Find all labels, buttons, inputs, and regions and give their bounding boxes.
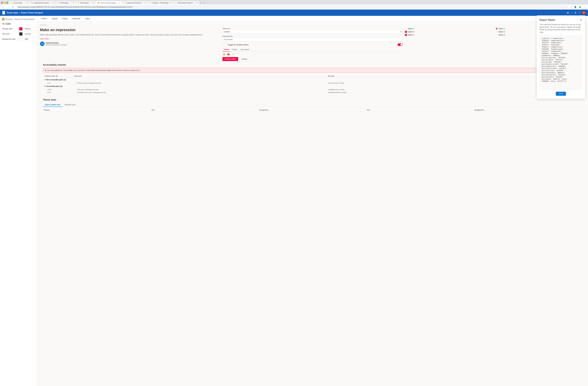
brand-company: Microsoft bbox=[5, 18, 12, 20]
accessibility-section: Accessibility checker ⊗ Your color palet… bbox=[40, 61, 585, 96]
radio-2[interactable] bbox=[496, 31, 498, 33]
tab-close-2[interactable]: ✕ bbox=[52, 2, 53, 3]
checkbox-option-3: Option 3 bbox=[405, 34, 494, 36]
settings-button[interactable]: ⋮ bbox=[583, 6, 586, 8]
reload-button[interactable]: ↻ bbox=[11, 6, 15, 8]
pair-3: Secondary text color on Background color bbox=[77, 92, 327, 93]
default-button[interactable]: Default bbox=[239, 57, 250, 61]
share-icon: ↗ bbox=[61, 18, 63, 20]
primary-color-input[interactable] bbox=[24, 27, 37, 31]
browser-tab-1[interactable]: ⚡ Power Apps ✕ bbox=[9, 1, 29, 4]
text-color-swatch[interactable] bbox=[19, 32, 22, 36]
select-value: Content bbox=[224, 31, 230, 33]
address-bar[interactable]: apps.powerapps.com/play/2f6b0e93-7676-40… bbox=[16, 5, 568, 9]
download-button[interactable]: ↓ Download bbox=[70, 17, 81, 20]
user-avatar[interactable]: JD bbox=[582, 11, 586, 15]
window-minimize[interactable] bbox=[4, 2, 5, 3]
back-button[interactable]: ← bbox=[2, 6, 5, 8]
primary-button[interactable]: Primary button bbox=[222, 57, 238, 61]
tab-close-7[interactable]: ✕ bbox=[170, 2, 171, 3]
tab-favicon-4: ⚡ bbox=[77, 2, 79, 4]
browser-tab-4[interactable]: ⚡ Power Apps ✕ bbox=[76, 1, 96, 4]
export-panel-close-icon[interactable]: ✕ bbox=[580, 19, 582, 21]
ratio-3: 6.46 bbox=[47, 92, 76, 93]
tab-favicon-1: ⚡ bbox=[11, 2, 13, 4]
slots-header-foreground: Foreground bbox=[259, 109, 366, 111]
thumb-up-icon[interactable]: 👍 bbox=[222, 53, 225, 56]
browser-tab-5[interactable]: 🎨 Fluent Theme Designer - ... ✕ bbox=[96, 1, 122, 4]
accessibility-heading: Accessibility checker bbox=[43, 64, 582, 66]
checkbox-3[interactable] bbox=[405, 34, 407, 36]
tab-close-3[interactable]: ✕ bbox=[73, 2, 74, 3]
person-info: Cameron Evans Senior Researcher at Conto… bbox=[46, 42, 67, 46]
forward-button[interactable]: → bbox=[7, 6, 10, 8]
tab-close-6[interactable]: ✕ bbox=[145, 2, 146, 3]
slots-header-hex1: Hex bbox=[152, 109, 258, 111]
window-close[interactable] bbox=[1, 2, 3, 3]
upload-button[interactable]: ↑ Upload bbox=[49, 17, 59, 20]
radio-3[interactable] bbox=[496, 34, 498, 36]
tab-close-1[interactable]: ✕ bbox=[26, 2, 27, 3]
person-name: Cameron Evans bbox=[46, 42, 67, 44]
share-card-icon[interactable]: 📤 bbox=[227, 53, 230, 56]
app-grid-icon[interactable]: ⊞ bbox=[2, 11, 5, 15]
share-button[interactable]: ↗ Share bbox=[60, 17, 69, 20]
slots-tab-semantic[interactable]: Semantic slots bbox=[63, 103, 78, 107]
select-box[interactable]: Content ▾ bbox=[222, 30, 403, 34]
share-label: Share bbox=[63, 18, 67, 20]
primary-color-swatch[interactable] bbox=[19, 27, 22, 31]
slots-tabs: Fabric palette slots Semantic slots bbox=[43, 103, 582, 107]
slots-tab-fabric[interactable]: Fabric palette slots bbox=[43, 103, 63, 107]
browser-tab-3[interactable]: ⚡ Power Apps ✕ bbox=[55, 1, 75, 4]
star-icon[interactable]: ✨ bbox=[231, 53, 234, 56]
slots-header-primary: Primary bbox=[44, 109, 150, 111]
radio-1[interactable] bbox=[496, 28, 498, 30]
non-accessible-header[interactable]: ▾ Non accessible pairs (1) bbox=[43, 78, 582, 82]
header-color-pair: Color pair bbox=[74, 75, 327, 77]
bookmark-button[interactable]: ☆ bbox=[569, 6, 573, 8]
toggle-row: Toggle for disabled states bbox=[222, 43, 403, 46]
action-buttons-row: Primary button Default bbox=[222, 57, 403, 61]
checkbox-2[interactable] bbox=[405, 31, 407, 33]
text-input[interactable] bbox=[222, 38, 403, 41]
checkbox-label-2: Option 2 bbox=[408, 31, 414, 33]
color-section-title: 🎨 Color bbox=[2, 23, 35, 25]
browser-tab-7[interactable]: ⚡ Reviews – Power Apps ✕ bbox=[148, 1, 173, 4]
bg-color-swatch[interactable] bbox=[19, 37, 22, 41]
more-button[interactable]: ··· More bbox=[82, 17, 91, 20]
new-button[interactable]: + New ▾ bbox=[40, 17, 48, 20]
browser-tab-6[interactable]: ⚡ Creator Kit Control Refere... ✕ bbox=[122, 1, 148, 4]
text-color-input[interactable] bbox=[24, 32, 37, 36]
new-tab-button[interactable]: + bbox=[199, 1, 203, 4]
browser-tab-8[interactable]: ⚡ Power Apps Review Tool ... ✕ bbox=[173, 1, 199, 4]
brand-app-name: Fluent UI Theme Designer bbox=[15, 18, 35, 20]
checkbox-1[interactable] bbox=[405, 28, 407, 30]
export-close-button[interactable]: Close bbox=[556, 92, 566, 96]
nav-tab-documents[interactable]: Documents bbox=[239, 48, 251, 52]
header-contrast: Contrast ratio: AA bbox=[44, 75, 73, 77]
app-icon-4[interactable]: ? bbox=[578, 11, 581, 15]
bg-color-input[interactable] bbox=[24, 37, 37, 41]
extensions-button[interactable]: 🧩 bbox=[578, 6, 582, 8]
person-avatar: CE bbox=[40, 41, 44, 46]
app-icon-3[interactable]: ⚙ bbox=[574, 11, 577, 15]
main-content: + New ▾ ↑ Upload ↗ Share ↓ Download ··· … bbox=[37, 16, 588, 386]
window-maximize[interactable] bbox=[6, 2, 8, 3]
bg-color-label: Background color bbox=[2, 38, 18, 40]
profile-button[interactable]: 👤 bbox=[573, 6, 577, 8]
nav-tab-pages[interactable]: Pages bbox=[231, 48, 239, 52]
accessible-header[interactable]: ▾ Accessible pairs (2) bbox=[43, 84, 582, 88]
app-icon-2[interactable]: ↓ bbox=[570, 11, 573, 15]
export-code-block[interactable]: { palette: { themePrimary: "#f00e4a", th… bbox=[540, 36, 582, 90]
story-body: Make a big impression with this clean, m… bbox=[40, 34, 220, 36]
browser-tab-2[interactable]: 🔧 Code Review Tool Experim... ✕ bbox=[29, 1, 55, 4]
learn-more-link[interactable]: Learn more › bbox=[40, 38, 220, 40]
toggle-switch[interactable] bbox=[398, 43, 403, 46]
tab-close-4[interactable]: ✕ bbox=[93, 2, 94, 3]
tab-dropdown-button[interactable]: ▾ bbox=[203, 1, 205, 4]
tab-close-5[interactable]: ✕ bbox=[119, 2, 120, 3]
app-icon-1[interactable]: ⊞ bbox=[566, 11, 569, 15]
tab-close-8[interactable]: ✕ bbox=[196, 2, 197, 3]
nav-tab-home[interactable]: Home bbox=[222, 48, 231, 52]
theme-slots-section: Theme slots Fabric palette slots Semanti… bbox=[40, 96, 585, 114]
